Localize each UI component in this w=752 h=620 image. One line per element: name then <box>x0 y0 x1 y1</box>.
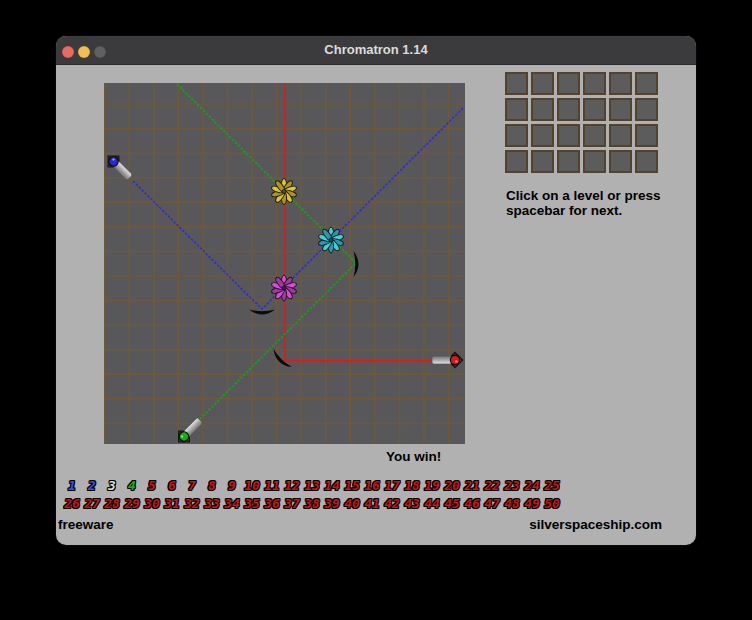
level-42-button[interactable]: 42 <box>382 496 402 511</box>
level-22-button[interactable]: 22 <box>482 478 502 493</box>
level-4-button[interactable]: 4 <box>122 478 142 493</box>
level-grid-cell[interactable] <box>531 72 554 95</box>
level-26-button[interactable]: 26 <box>62 496 82 511</box>
level-grid-cell[interactable] <box>583 150 606 173</box>
website-label: silverspaceship.com <box>529 517 662 532</box>
level-2-button[interactable]: 2 <box>82 478 102 493</box>
level-grid-cell[interactable] <box>583 72 606 95</box>
level-28-button[interactable]: 28 <box>102 496 122 511</box>
level-36-button[interactable]: 36 <box>262 496 282 511</box>
level-1-button[interactable]: 1 <box>62 478 82 493</box>
level-grid-cell[interactable] <box>609 150 632 173</box>
level-31-button[interactable]: 31 <box>162 496 182 511</box>
window-titlebar[interactable]: Chromatron 1.14 <box>56 36 696 65</box>
level-grid-cell[interactable] <box>557 98 580 121</box>
level-47-button[interactable]: 47 <box>482 496 502 511</box>
level-37-button[interactable]: 37 <box>282 496 302 511</box>
level-number-row-1: 1234567891011121314151617181920212223242… <box>62 476 582 494</box>
desktop-background: Chromatron 1.14 Click on a level or pres… <box>0 0 752 620</box>
instructions-line-1: Click on a level or press <box>506 188 661 203</box>
level-13-button[interactable]: 13 <box>302 478 322 493</box>
level-grid-cell[interactable] <box>531 150 554 173</box>
level-21-button[interactable]: 21 <box>462 478 482 493</box>
level-grid-cell[interactable] <box>531 98 554 121</box>
level-grid-cell[interactable] <box>635 98 658 121</box>
level-39-button[interactable]: 39 <box>322 496 342 511</box>
level-14-button[interactable]: 14 <box>322 478 342 493</box>
level-grid-cell[interactable] <box>635 72 658 95</box>
level-8-button[interactable]: 8 <box>202 478 222 493</box>
level-32-button[interactable]: 32 <box>182 496 202 511</box>
level-3-button[interactable]: 3 <box>102 478 122 493</box>
level-grid-cell[interactable] <box>557 124 580 147</box>
level-6-button[interactable]: 6 <box>162 478 182 493</box>
level-20-button[interactable]: 20 <box>442 478 462 493</box>
level-number-row-2: 2627282930313233343536373839404142434445… <box>62 494 582 512</box>
level-25-button[interactable]: 25 <box>542 478 562 493</box>
level-grid-cell[interactable] <box>505 98 528 121</box>
level-41-button[interactable]: 41 <box>362 496 382 511</box>
level-17-button[interactable]: 17 <box>382 478 402 493</box>
freeware-label: freeware <box>58 517 114 532</box>
level-33-button[interactable]: 33 <box>202 496 222 511</box>
level-50-button[interactable]: 50 <box>542 496 562 511</box>
level-grid-cell[interactable] <box>583 98 606 121</box>
level-27-button[interactable]: 27 <box>82 496 102 511</box>
level-24-button[interactable]: 24 <box>522 478 542 493</box>
level-grid-cell[interactable] <box>609 98 632 121</box>
level-40-button[interactable]: 40 <box>342 496 362 511</box>
close-button[interactable] <box>62 46 74 58</box>
level-10-button[interactable]: 10 <box>242 478 262 493</box>
level-grid-cell[interactable] <box>505 124 528 147</box>
level-11-button[interactable]: 11 <box>262 478 282 493</box>
window-title: Chromatron 1.14 <box>56 36 696 64</box>
level-grid-cell[interactable] <box>609 124 632 147</box>
level-44-button[interactable]: 44 <box>422 496 442 511</box>
level-15-button[interactable]: 15 <box>342 478 362 493</box>
level-grid-cell[interactable] <box>635 124 658 147</box>
win-message: You win! <box>386 449 441 464</box>
level-grid-cell[interactable] <box>505 150 528 173</box>
level-12-button[interactable]: 12 <box>282 478 302 493</box>
level-18-button[interactable]: 18 <box>402 478 422 493</box>
level-grid-cell[interactable] <box>557 72 580 95</box>
level-34-button[interactable]: 34 <box>222 496 242 511</box>
level-thumbnail-grid <box>505 72 658 173</box>
instructions-line-2: spacebar for next. <box>506 203 661 218</box>
game-board[interactable] <box>104 83 465 444</box>
level-49-button[interactable]: 49 <box>522 496 542 511</box>
level-46-button[interactable]: 46 <box>462 496 482 511</box>
level-45-button[interactable]: 45 <box>442 496 462 511</box>
level-grid-cell[interactable] <box>505 72 528 95</box>
level-29-button[interactable]: 29 <box>122 496 142 511</box>
level-9-button[interactable]: 9 <box>222 478 242 493</box>
instructions-text: Click on a level or press spacebar for n… <box>506 188 661 218</box>
level-7-button[interactable]: 7 <box>182 478 202 493</box>
level-30-button[interactable]: 30 <box>142 496 162 511</box>
level-38-button[interactable]: 38 <box>302 496 322 511</box>
app-window: Chromatron 1.14 Click on a level or pres… <box>56 36 696 545</box>
level-19-button[interactable]: 19 <box>422 478 442 493</box>
level-43-button[interactable]: 43 <box>402 496 422 511</box>
level-48-button[interactable]: 48 <box>502 496 522 511</box>
zoom-button[interactable] <box>94 46 106 58</box>
level-23-button[interactable]: 23 <box>502 478 522 493</box>
level-grid-cell[interactable] <box>609 72 632 95</box>
level-grid-cell[interactable] <box>635 150 658 173</box>
level-grid-cell[interactable] <box>583 124 606 147</box>
level-grid-cell[interactable] <box>557 150 580 173</box>
level-35-button[interactable]: 35 <box>242 496 262 511</box>
minimize-button[interactable] <box>78 46 90 58</box>
level-grid-cell[interactable] <box>531 124 554 147</box>
level-5-button[interactable]: 5 <box>142 478 162 493</box>
level-16-button[interactable]: 16 <box>362 478 382 493</box>
